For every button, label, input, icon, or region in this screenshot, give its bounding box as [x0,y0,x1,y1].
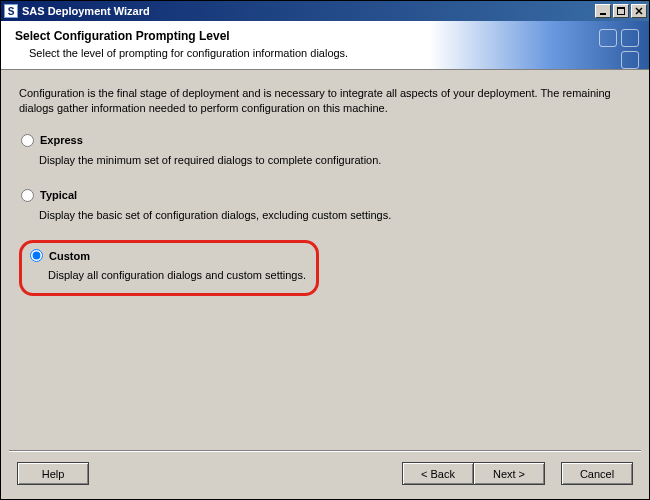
svg-rect-0 [600,13,606,15]
option-label-custom: Custom [49,250,90,262]
titlebar: S SAS Deployment Wizard [1,1,649,21]
option-desc-typical: Display the basic set of configuration d… [39,208,629,222]
back-button[interactable]: < Back [402,462,474,485]
option-row-express[interactable]: Express [21,134,629,147]
next-button[interactable]: Next > [473,462,545,485]
page-subtitle: Select the level of prompting for config… [29,47,635,59]
close-button[interactable] [631,4,647,18]
content-area: Configuration is the final stage of depl… [1,70,649,450]
help-button[interactable]: Help [17,462,89,485]
radio-custom[interactable] [30,249,43,262]
window-controls [595,4,647,18]
wizard-window: S SAS Deployment Wizard Select Configura… [0,0,650,500]
app-icon: S [4,4,18,18]
option-label-express: Express [40,134,83,146]
radio-express[interactable] [21,134,34,147]
svg-rect-2 [617,7,625,9]
option-desc-express: Display the minimum set of required dial… [39,153,629,167]
option-label-typical: Typical [40,189,77,201]
option-row-custom[interactable]: Custom [30,249,308,262]
option-custom: CustomDisplay all configuration dialogs … [19,240,319,295]
option-typical: TypicalDisplay the basic set of configur… [19,185,631,230]
maximize-button[interactable] [613,4,629,18]
window-title: SAS Deployment Wizard [22,5,595,17]
nav-button-pair: < Back Next > [402,462,545,485]
options-group: ExpressDisplay the minimum set of requir… [19,130,631,296]
option-express: ExpressDisplay the minimum set of requir… [19,130,631,175]
page-title: Select Configuration Prompting Level [15,29,635,43]
option-desc-custom: Display all configuration dialogs and cu… [48,268,308,282]
cancel-button[interactable]: Cancel [561,462,633,485]
option-row-typical[interactable]: Typical [21,189,629,202]
minimize-button[interactable] [595,4,611,18]
intro-text: Configuration is the final stage of depl… [19,86,631,116]
footer: Help < Back Next > Cancel [1,452,649,499]
header-panel: Select Configuration Prompting Level Sel… [1,21,649,70]
radio-typical[interactable] [21,189,34,202]
